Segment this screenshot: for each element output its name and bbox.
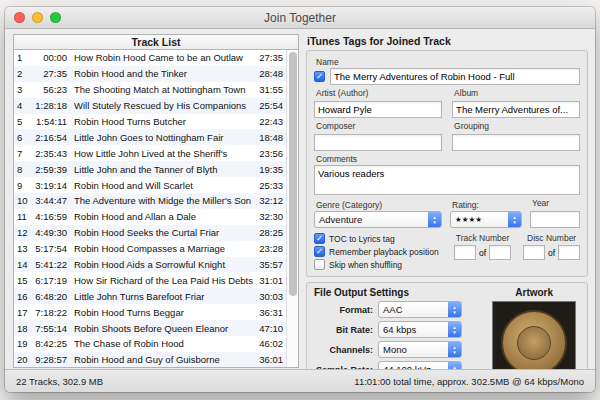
format-popup[interactable]: AAC — [378, 301, 462, 318]
track-index: 13 — [17, 243, 31, 254]
year-field[interactable] — [530, 211, 580, 228]
track-start: 56:23 — [31, 84, 67, 95]
popup-stepper-icon — [448, 322, 461, 337]
track-start: 9:28:57 — [31, 354, 67, 365]
track-row[interactable]: 17 7:18:22 Robin Hood Turns Beggar 36:31 — [14, 304, 286, 320]
track-number-label: Track Number — [454, 233, 511, 243]
track-list-scrollbar[interactable] — [286, 50, 298, 367]
track-title: Robin Hood Aids a Sorrowful Knight — [74, 259, 253, 270]
composer-label: Composer — [316, 121, 442, 131]
track-start: 6:48:20 — [31, 291, 67, 302]
track-row[interactable]: 2 27:35 Robin Hood and the Tinker 28:48 — [14, 66, 286, 82]
track-duration: 25:54 — [253, 100, 283, 111]
minimize-button[interactable] — [32, 12, 43, 23]
rating-label: Rating: — [452, 200, 522, 210]
track-index: 9 — [17, 180, 31, 191]
track-duration: 36:01 — [253, 354, 283, 365]
track-start: 7:18:22 — [31, 307, 67, 318]
file-output-header: File Output Settings — [314, 287, 488, 298]
track-row[interactable]: 12 4:49:30 Robin Hood Seeks the Curtal F… — [14, 225, 286, 241]
track-start: 2:59:39 — [31, 164, 67, 175]
track-duration: 35:57 — [253, 259, 283, 270]
track-duration: 22:43 — [253, 116, 283, 127]
skip-checkbox[interactable] — [314, 259, 325, 270]
track-index: 15 — [17, 275, 31, 286]
track-row[interactable]: 15 6:17:19 How Sir Richard of the Lea Pa… — [14, 272, 286, 288]
track-start: 3:19:14 — [31, 180, 67, 191]
remember-checkbox[interactable] — [314, 246, 325, 257]
track-duration: 27:35 — [253, 52, 283, 63]
track-start: 8:42:25 — [31, 338, 67, 349]
remember-checkbox-label: Remember playback position — [329, 247, 439, 257]
popup-stepper-icon — [428, 212, 441, 227]
track-list-panel: Track List 1 00:00 How Robin Hood Came t… — [13, 34, 299, 369]
track-start: 27:35 — [31, 68, 67, 79]
channels-label: Channels: — [314, 345, 378, 355]
channels-popup[interactable]: Mono — [378, 341, 462, 358]
track-duration: 18:48 — [253, 132, 283, 143]
scrollbar-thumb[interactable] — [289, 52, 297, 296]
artwork-emblem-center — [517, 326, 551, 360]
track-title: Little John Turns Barefoot Friar — [74, 291, 253, 302]
channels-value: Mono — [379, 344, 448, 355]
track-row[interactable]: 16 6:48:20 Little John Turns Barefoot Fr… — [14, 288, 286, 304]
name-field[interactable] — [330, 68, 580, 85]
track-duration: 23:56 — [253, 148, 283, 159]
genre-popup[interactable]: Adventure — [314, 211, 442, 228]
comments-label: Comments — [316, 154, 580, 164]
close-button[interactable] — [14, 12, 25, 23]
track-title: Robin Hood Turns Beggar — [74, 307, 253, 318]
track-index: 11 — [17, 211, 31, 222]
track-title: Will Stutely Rescued by His Companions — [74, 100, 253, 111]
disc-number-total-field[interactable] — [558, 245, 580, 260]
album-label: Album — [454, 88, 580, 98]
track-row[interactable]: 6 2:16:54 Little John Goes to Nottingham… — [14, 129, 286, 145]
track-start: 4:16:59 — [31, 211, 67, 222]
composer-field[interactable] — [314, 134, 442, 151]
zoom-button[interactable] — [50, 12, 61, 23]
track-row[interactable]: 9 3:19:14 Robin Hood and Will Scarlet 25… — [14, 177, 286, 193]
track-title: Robin Hood Compasses a Marriage — [74, 243, 253, 254]
track-title: Robin Hood Turns Butcher — [74, 116, 253, 127]
track-start: 1:54:11 — [31, 116, 67, 127]
disc-number-field[interactable] — [523, 245, 545, 260]
track-number-field[interactable] — [454, 245, 476, 260]
track-number-total-field[interactable] — [489, 245, 511, 260]
track-row[interactable]: 3 56:23 The Shooting Match at Nottingham… — [14, 82, 286, 98]
track-row[interactable]: 11 4:16:59 Robin Hood and Allan a Dale 3… — [14, 209, 286, 225]
track-index: 6 — [17, 132, 31, 143]
track-row[interactable]: 1 00:00 How Robin Hood Came to be an Out… — [14, 50, 286, 66]
name-checkbox[interactable] — [314, 71, 325, 82]
track-row[interactable]: 19 8:42:25 The Chase of Robin Hood 46:02 — [14, 336, 286, 352]
toc-checkbox[interactable] — [314, 233, 325, 244]
track-duration: 31:01 — [253, 275, 283, 286]
track-row[interactable]: 18 7:55:14 Robin Shoots Before Queen Ele… — [14, 320, 286, 336]
track-start: 6:17:19 — [31, 275, 67, 286]
grouping-field[interactable] — [452, 134, 580, 151]
track-row[interactable]: 5 1:54:11 Robin Hood Turns Butcher 22:43 — [14, 114, 286, 130]
bit-rate-label: Bit Rate: — [314, 325, 378, 335]
popup-stepper-icon — [448, 342, 461, 357]
track-duration: 46:02 — [253, 338, 283, 349]
track-start: 7:55:14 — [31, 323, 67, 334]
track-row[interactable]: 14 5:41:22 Robin Hood Aids a Sorrowful K… — [14, 257, 286, 273]
track-row[interactable]: 7 2:35:43 How Little John Lived at the S… — [14, 145, 286, 161]
bit-rate-value: 64 kbps — [379, 324, 448, 335]
window-title: Join Together — [264, 11, 336, 25]
track-duration: 32:30 — [253, 211, 283, 222]
track-title: Little John Goes to Nottingham Fair — [74, 132, 253, 143]
skip-checkbox-label: Skip when shuffling — [329, 260, 402, 270]
track-title: How Little John Lived at the Sheriff's — [74, 148, 253, 159]
track-duration: 28:48 — [253, 68, 283, 79]
track-row[interactable]: 8 2:59:39 Little John and the Tanner of … — [14, 161, 286, 177]
bit-rate-popup[interactable]: 64 kbps — [378, 321, 462, 338]
track-row[interactable]: 20 9:28:57 Robin Hood and Guy of Guisbor… — [14, 352, 286, 367]
artist-field[interactable] — [314, 101, 442, 118]
track-row[interactable]: 13 5:17:54 Robin Hood Compasses a Marria… — [14, 241, 286, 257]
album-field[interactable] — [452, 101, 580, 118]
track-row[interactable]: 10 3:44:47 The Adventure with Midge the … — [14, 193, 286, 209]
rating-popup[interactable]: ★★★★ — [450, 211, 522, 228]
track-start: 2:35:43 — [31, 148, 67, 159]
track-row[interactable]: 4 1:28:18 Will Stutely Rescued by His Co… — [14, 98, 286, 114]
comments-field[interactable]: Various readers — [314, 165, 580, 195]
